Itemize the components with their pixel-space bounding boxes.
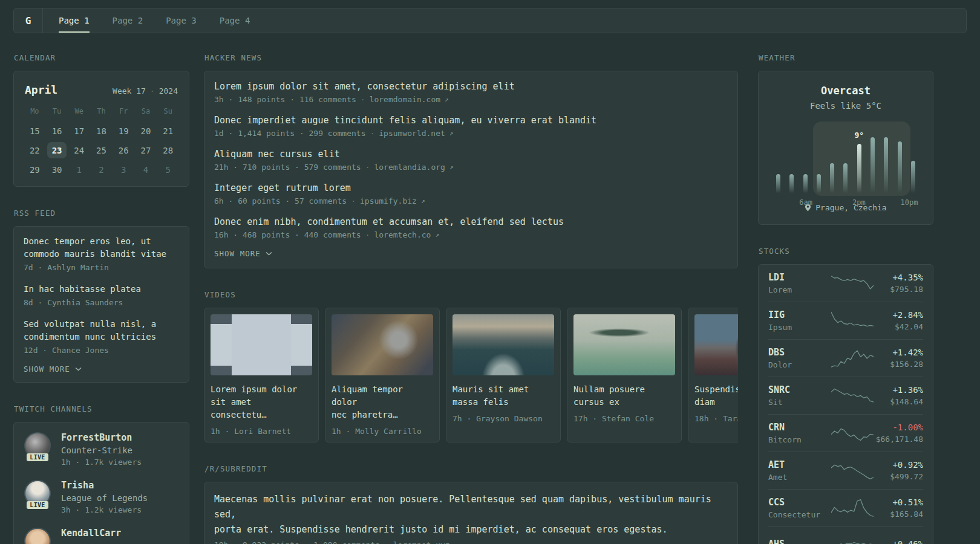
page-tab[interactable]: Page 1 [59, 8, 90, 33]
news-item-title[interactable]: Donec enim nibh, condimentum et accumsan… [214, 216, 728, 227]
stock-symbol: LDI [768, 272, 831, 283]
channel-name[interactable]: KendallCarr [61, 528, 121, 539]
stock-row[interactable]: AHS +0.46% [768, 526, 923, 544]
calendar-day: 18 [91, 123, 111, 139]
video-thumbnail[interactable] [332, 314, 433, 375]
widget-title: TWITCH CHANNELS [14, 404, 189, 413]
news-item-meta: 21h · 710 points · 579 comments · loreml… [214, 163, 728, 172]
news-item-stats: 6h · 60 points · 57 comments [214, 196, 347, 206]
stock-change: +4.35% [874, 273, 923, 282]
video-card[interactable]: Suspendis diam 18h · Tara [688, 308, 738, 442]
news-item-title[interactable]: Lorem ipsum dolor sit amet, consectetur … [214, 81, 728, 92]
stock-sparkline [831, 423, 874, 444]
reddit-post: Maecenas mollis pulvinar erat non posuer… [214, 492, 728, 544]
stock-sparkline [831, 497, 874, 519]
news-item-domain[interactable]: ipsumworld.net [379, 129, 445, 138]
calendar-day: 5 [158, 161, 178, 178]
widget-title: STOCKS [759, 247, 933, 256]
stock-name: Dolor [768, 360, 831, 369]
twitch-channel-row[interactable]: LIVE KendallCarr [24, 528, 179, 544]
twitch-channel-row[interactable]: LIVE ForrestBurton Counter-Strike 1h · 1… [24, 432, 179, 467]
video-meta: 7h · Grayson Dawson [452, 414, 554, 423]
stock-row[interactable]: IIG Ipsum +2.84% $42.04 [768, 302, 923, 339]
video-title[interactable]: Mauris sit amet massa felis [452, 383, 554, 409]
stock-name: Amet [768, 473, 831, 482]
video-title[interactable]: Nullam posuere cursus ex [573, 383, 675, 409]
stock-sparkline [831, 273, 874, 294]
news-item-domain[interactable]: loremdomain.com [370, 95, 440, 104]
calendar-day: 15 [25, 123, 44, 139]
stock-sparkline [831, 534, 874, 544]
video-title[interactable]: Lorem ipsum dolor sit amet consectetu… [211, 383, 312, 421]
channel-name[interactable]: Trisha [61, 480, 148, 491]
calendar-weekday: Mo [30, 105, 39, 118]
rss-item-title[interactable]: Donec tempor eros leo, ut commodo mauris… [24, 235, 179, 261]
calendar-day: 4 [136, 161, 155, 178]
stock-row[interactable]: SNRC Sit +1.36% $148.64 [768, 377, 923, 414]
news-item-meta: 1d · 1,414 points · 299 comments · ipsum… [214, 129, 728, 138]
news-item-title[interactable]: Aliquam nec cursus elit [214, 149, 728, 160]
news-item-title[interactable]: Donec imperdiet augue tincidunt felis al… [214, 115, 728, 126]
calendar-day: 29 [25, 161, 44, 178]
stock-sparkline [831, 460, 874, 482]
channel-name[interactable]: ForrestBurton [61, 432, 142, 443]
video-card[interactable]: Mauris sit amet massa felis 7h · Grayson… [446, 308, 561, 442]
twitch-widget: TWITCH CHANNELS LIVE ForrestBurton Count… [13, 404, 189, 544]
video-title[interactable]: Suspendis diam [694, 383, 738, 409]
video-thumbnail[interactable] [573, 314, 675, 375]
stock-sparkline [831, 385, 874, 407]
stock-name: Lorem [768, 285, 831, 294]
avatar [24, 528, 51, 544]
rss-item-title[interactable]: In hac habitasse platea [24, 283, 179, 296]
stock-symbol: IIG [768, 309, 831, 320]
news-item-meta: 16h · 468 points · 440 comments · loremt… [214, 230, 728, 239]
stock-change: -1.00% [874, 423, 923, 432]
video-meta: 17h · Stefan Cole [573, 414, 675, 423]
video-title[interactable]: Aliquam tempor dolor nec pharetra… [332, 383, 433, 421]
page-tab[interactable]: Page 2 [113, 8, 143, 33]
news-item-title[interactable]: Integer eget rutrum lorem [214, 183, 728, 193]
stock-row[interactable]: CRN Bitcorn -1.00% $66,171.48 [768, 414, 923, 452]
show-more-button[interactable]: SHOW MORE [24, 364, 82, 374]
calendar-day: 17 [70, 123, 89, 139]
show-more-button[interactable]: SHOW MORE [214, 249, 272, 258]
stock-price: $165.84 [874, 510, 923, 519]
video-card[interactable]: Lorem ipsum dolor sit amet consectetu… 1… [204, 308, 319, 442]
page-tab[interactable]: Page 4 [220, 8, 250, 33]
videos-scroller[interactable]: Lorem ipsum dolor sit amet consectetu… 1… [204, 308, 738, 442]
app-logo[interactable]: G [14, 8, 43, 33]
twitch-channel-row[interactable]: LIVE Trisha League of Legends 3h · 1.2k … [24, 480, 179, 514]
channel-meta: 1h · 1.7k viewers [61, 458, 142, 467]
external-link-icon: ↗ [435, 231, 439, 239]
rss-item-title[interactable]: Sed volutpat nulla nisl, a condimentum n… [24, 318, 179, 343]
reddit-post-title[interactable]: Maecenas mollis pulvinar erat non posuer… [214, 492, 728, 537]
weather-time-label: 2pm [852, 198, 866, 207]
video-thumbnail[interactable] [211, 314, 312, 375]
weather-card: Overcast Feels like 5°C 9° [758, 71, 933, 225]
calendar-day: 21 [158, 123, 178, 139]
stock-row[interactable]: CCS Consectetur +0.51% $165.84 [768, 489, 923, 526]
video-thumbnail[interactable] [452, 314, 554, 375]
reddit-post-domain[interactable]: loremnet.xyz [393, 540, 450, 544]
stock-symbol: SNRC [768, 384, 831, 395]
top-navigation: G Page 1 Page 2 Page 3 Page 4 [13, 8, 967, 33]
news-item-domain[interactable]: loremlandia.org [374, 163, 445, 172]
video-thumbnail[interactable] [694, 314, 738, 375]
calendar-day: 26 [114, 142, 133, 158]
video-meta: 1h · Lori Barnett [211, 427, 312, 436]
news-item-domain[interactable]: loremtech.co [374, 230, 431, 239]
rss-item: Donec tempor eros leo, ut commodo mauris… [24, 235, 179, 272]
stock-row[interactable]: AET Amet +0.92% $499.72 [768, 452, 923, 489]
news-item-stats: 3h · 148 points · 116 comments [214, 95, 356, 104]
page-tab[interactable]: Page 3 [166, 8, 197, 33]
weather-hour-bar [871, 137, 875, 193]
video-card[interactable]: Nullam posuere cursus ex 17h · Stefan Co… [567, 308, 682, 442]
video-card[interactable]: Aliquam tempor dolor nec pharetra… 1h · … [325, 308, 440, 442]
stock-row[interactable]: DBS Dolor +1.42% $156.28 [768, 339, 923, 377]
stock-row[interactable]: LDI Lorem +4.35% $795.18 [768, 265, 923, 302]
news-item: Lorem ipsum dolor sit amet, consectetur … [214, 81, 728, 104]
news-item-domain[interactable]: ipsumify.biz [360, 196, 417, 206]
weather-bars: 9° [772, 137, 920, 193]
weather-hour-bar [776, 174, 780, 193]
external-link-icon: ↗ [445, 96, 449, 103]
